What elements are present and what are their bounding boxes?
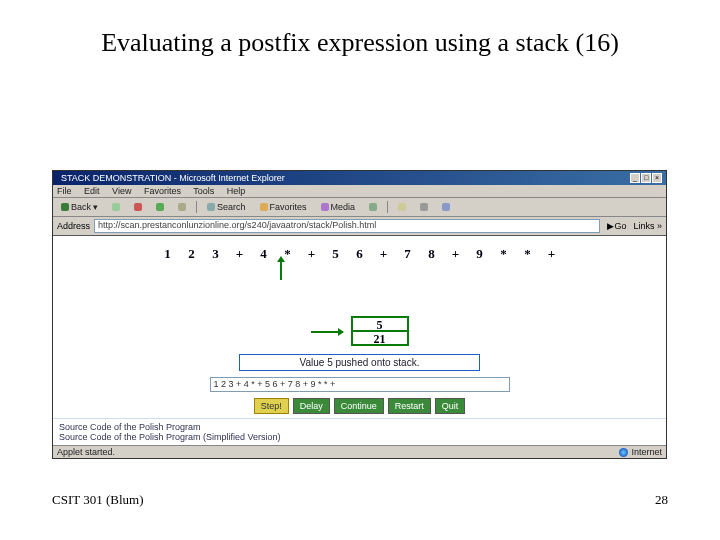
edit-icon (442, 203, 450, 211)
print-icon (420, 203, 428, 211)
status-message: Value 5 pushed onto stack. (239, 354, 481, 371)
delay-button[interactable]: Delay (293, 398, 330, 414)
links-label[interactable]: Links » (633, 221, 662, 231)
address-label: Address (57, 221, 90, 231)
source-links: Source Code of the Polish Program Source… (53, 418, 666, 445)
expr-token: 4 (259, 246, 269, 262)
mail-button[interactable] (394, 201, 410, 213)
stack: 5 21 (351, 318, 409, 346)
mail-icon (398, 203, 406, 211)
window-titlebar: STACK DEMONSTRATION - Microsoft Internet… (53, 171, 666, 185)
back-icon (61, 203, 69, 211)
expr-token: + (451, 246, 461, 262)
slide-footer-right: 28 (655, 492, 668, 508)
restart-button[interactable]: Restart (388, 398, 431, 414)
menu-view[interactable]: View (112, 186, 131, 196)
home-icon (178, 203, 186, 211)
expr-token: 7 (403, 246, 413, 262)
media-button[interactable]: Media (317, 200, 360, 214)
expr-token: + (379, 246, 389, 262)
expr-token: + (547, 246, 557, 262)
minimize-button[interactable]: _ (630, 173, 640, 183)
home-button[interactable] (174, 201, 190, 213)
zone-text: Internet (631, 447, 662, 457)
media-icon (321, 203, 329, 211)
expr-token: 8 (427, 246, 437, 262)
source-link-1[interactable]: Source Code of the Polish Program (59, 422, 660, 432)
menu-file[interactable]: File (57, 186, 72, 196)
menu-tools[interactable]: Tools (193, 186, 214, 196)
window-title: STACK DEMONSTRATION - Microsoft Internet… (61, 173, 285, 183)
applet-buttons: Step! Delay Continue Restart Quit (63, 398, 656, 414)
expr-token: 6 (355, 246, 365, 262)
address-bar: Address http://scan.prestanconlunzionlin… (53, 217, 666, 236)
expression-row: 123+4*+56+78+9**+ (63, 242, 656, 264)
status-text: Applet started. (57, 447, 115, 457)
go-button[interactable]: ▶Go (604, 221, 629, 231)
address-input[interactable]: http://scan.prestanconlunzionline.org/s2… (94, 219, 600, 233)
history-button[interactable] (365, 201, 381, 213)
edit-button[interactable] (438, 201, 454, 213)
back-button[interactable]: Back ▾ (57, 200, 102, 214)
menu-favorites[interactable]: Favorites (144, 186, 181, 196)
globe-icon (619, 448, 628, 457)
forward-button[interactable] (108, 201, 124, 213)
history-icon (369, 203, 377, 211)
forward-icon (112, 203, 120, 211)
favorites-button[interactable]: Favorites (256, 200, 311, 214)
slide-footer-left: CSIT 301 (Blum) (52, 492, 144, 508)
status-bar: Applet started. Internet (53, 445, 666, 458)
menu-help[interactable]: Help (227, 186, 246, 196)
refresh-button[interactable] (152, 201, 168, 213)
print-button[interactable] (416, 201, 432, 213)
expr-token: * (499, 246, 509, 262)
stack-cell: 21 (351, 330, 409, 346)
expr-token: 5 (331, 246, 341, 262)
expr-token: + (235, 246, 245, 262)
source-link-2[interactable]: Source Code of the Polish Program (Simpl… (59, 432, 660, 442)
browser-window: STACK DEMONSTRATION - Microsoft Internet… (52, 170, 667, 459)
stack-push-arrow (311, 331, 343, 333)
expr-token: * (523, 246, 533, 262)
maximize-button[interactable]: □ (641, 173, 651, 183)
search-button[interactable]: Search (203, 200, 250, 214)
step-button[interactable]: Step! (254, 398, 289, 414)
expr-token: + (307, 246, 317, 262)
menu-bar: File Edit View Favorites Tools Help (53, 185, 666, 198)
menu-edit[interactable]: Edit (84, 186, 100, 196)
expression-input[interactable]: 1 2 3 + 4 * + 5 6 + 7 8 + 9 * * + (210, 377, 510, 392)
slide-title: Evaluating a postfix expression using a … (0, 0, 720, 66)
expr-token: 1 (163, 246, 173, 262)
search-icon (207, 203, 215, 211)
expr-token: 9 (475, 246, 485, 262)
applet-content: 123+4*+56+78+9**+ 5 21 Value 5 pushed on… (53, 236, 666, 418)
quit-button[interactable]: Quit (435, 398, 466, 414)
continue-button[interactable]: Continue (334, 398, 384, 414)
current-token-pointer (0, 262, 656, 282)
stop-icon (134, 203, 142, 211)
expr-token: 2 (187, 246, 197, 262)
expr-token: 3 (211, 246, 221, 262)
close-button[interactable]: × (652, 173, 662, 183)
toolbar: Back ▾ Search Favorites Media (53, 198, 666, 217)
refresh-icon (156, 203, 164, 211)
stop-button[interactable] (130, 201, 146, 213)
star-icon (260, 203, 268, 211)
